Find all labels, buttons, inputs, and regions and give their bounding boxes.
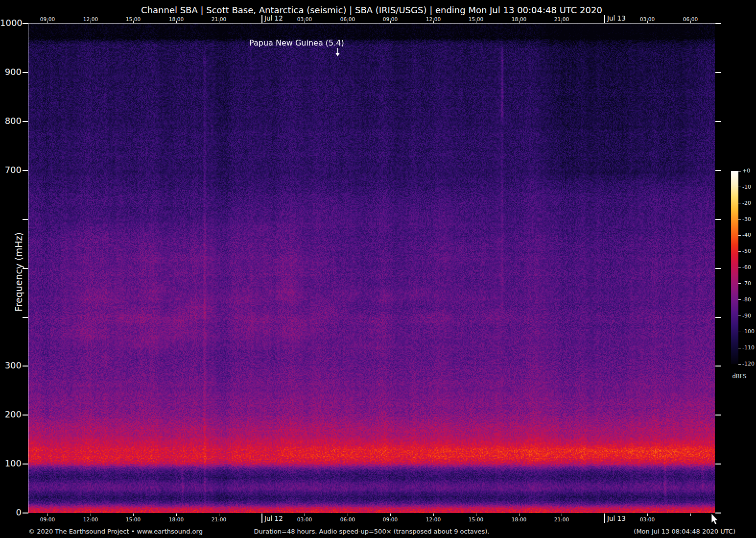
freq-tick <box>23 415 28 416</box>
time-tick-label: 15:00 <box>456 16 496 22</box>
time-tick-label: Jul 13 <box>607 514 626 522</box>
time-tick-label: 09:00 <box>371 516 410 522</box>
freq-tick <box>715 415 721 416</box>
mouse-cursor-icon <box>711 514 719 525</box>
time-tick-label: 18:00 <box>499 16 539 22</box>
colorbar-tick-label: -60 <box>742 264 751 270</box>
time-tick <box>133 514 134 516</box>
colorbar-tick <box>738 268 741 268</box>
time-tick-label: 12:00 <box>71 16 110 22</box>
freq-tick <box>715 121 721 122</box>
freq-tick <box>715 268 721 269</box>
freq-tick <box>23 366 28 367</box>
freq-tick <box>715 317 721 318</box>
time-tick <box>305 514 305 516</box>
spectrogram-canvas <box>28 24 715 513</box>
time-tick <box>261 15 262 24</box>
time-tick-label: 03:00 <box>628 516 667 522</box>
colorbar-tick <box>738 316 741 316</box>
time-tick-label: 21:00 <box>199 16 238 22</box>
colorbar-tick-label: -10 <box>742 184 751 190</box>
time-tick-label: 12:00 <box>71 516 110 522</box>
time-tick-label: 15:00 <box>114 16 153 22</box>
time-tick-label: 18:00 <box>499 516 539 522</box>
time-tick-label: 03:00 <box>285 16 324 22</box>
colorbar-tick <box>738 251 741 252</box>
y-axis-label: Frequency (mHz) <box>13 223 24 321</box>
colorbar-tick <box>738 187 741 187</box>
freq-tick <box>715 72 721 73</box>
freq-tick <box>715 366 721 367</box>
colorbar-tick-label: -80 <box>742 296 751 303</box>
colorbar-tick-label: -40 <box>742 232 751 238</box>
freq-tick <box>23 121 28 122</box>
spectrogram-page: { "title": "Channel SBA | Scott Base, An… <box>0 0 756 538</box>
time-tick <box>390 514 391 516</box>
colorbar-tick <box>738 348 741 348</box>
colorbar-tick <box>738 171 741 171</box>
freq-tick-label: 0 <box>0 507 22 517</box>
time-tick-label: 09:00 <box>28 516 67 522</box>
freq-tick-label: 900 <box>0 67 22 77</box>
time-tick <box>47 514 48 516</box>
time-tick <box>176 514 177 516</box>
colorbar-tick-label: -70 <box>742 280 751 287</box>
time-tick-label: 06:00 <box>328 16 367 22</box>
footer-timestamp: (Mon Jul 13 08:04:48 2020 UTC) <box>634 528 735 535</box>
colorbar-tick <box>738 219 741 220</box>
freq-tick-label: 800 <box>0 116 22 126</box>
time-tick-label: 21:00 <box>542 516 581 522</box>
time-tick <box>219 514 219 516</box>
time-tick <box>91 514 91 516</box>
freq-tick-label: 1000 <box>0 18 22 28</box>
colorbar-tick <box>738 203 741 203</box>
footer-duration: Duration=48 hours. Audio speed-up=500× (… <box>28 528 715 535</box>
time-tick-label: 18:00 <box>157 516 196 522</box>
time-tick <box>562 514 562 516</box>
time-tick-label: 21:00 <box>199 516 238 522</box>
colorbar-tick-label: -120 <box>742 361 755 367</box>
time-tick <box>647 514 648 516</box>
time-tick-label: 21:00 <box>542 16 581 22</box>
time-tick-label: Jul 13 <box>607 14 626 22</box>
freq-tick <box>23 219 28 220</box>
time-tick-label: 18:00 <box>157 16 196 22</box>
down-arrow-icon <box>335 48 340 57</box>
time-tick-label: 09:00 <box>28 16 67 22</box>
colorbar-tick-label: -90 <box>742 313 751 319</box>
time-tick-label: 06:00 <box>671 16 710 22</box>
time-tick-label: 09:00 <box>371 16 410 22</box>
chart-title: Channel SBA | Scott Base, Antarctica (se… <box>28 5 715 15</box>
colorbar-tick-label: -50 <box>742 248 751 254</box>
time-tick <box>261 514 262 523</box>
freq-tick <box>715 23 721 24</box>
event-annotation: Papua New Guinea (5.4) <box>249 38 344 48</box>
freq-tick <box>23 170 28 171</box>
freq-tick <box>23 513 28 514</box>
time-tick-label: Jul 12 <box>264 514 283 522</box>
time-tick-label: 06:00 <box>328 516 367 522</box>
time-tick <box>476 514 476 516</box>
time-tick-label: 03:00 <box>285 516 324 522</box>
freq-tick-label: 200 <box>0 409 22 419</box>
colorbar-tick-label: -110 <box>742 344 755 351</box>
colorbar-tick-label: -30 <box>742 216 751 222</box>
colorbar-gradient <box>731 171 738 364</box>
time-tick <box>604 15 605 24</box>
time-tick-label: Jul 12 <box>264 14 283 22</box>
time-tick <box>433 514 434 516</box>
colorbar-tick <box>738 364 741 365</box>
time-tick <box>519 514 520 516</box>
colorbar-tick <box>738 283 741 284</box>
freq-tick <box>23 72 28 73</box>
time-tick <box>604 514 605 523</box>
time-tick <box>690 514 691 516</box>
freq-tick-label: 300 <box>0 360 22 370</box>
freq-tick-label: 700 <box>0 165 22 175</box>
colorbar-tick <box>738 235 741 236</box>
freq-tick <box>23 464 28 465</box>
time-tick-label: 15:00 <box>114 516 153 522</box>
time-tick-label: 15:00 <box>456 516 496 522</box>
colorbar-tick-label: +0 <box>742 168 750 174</box>
freq-tick <box>715 219 721 220</box>
